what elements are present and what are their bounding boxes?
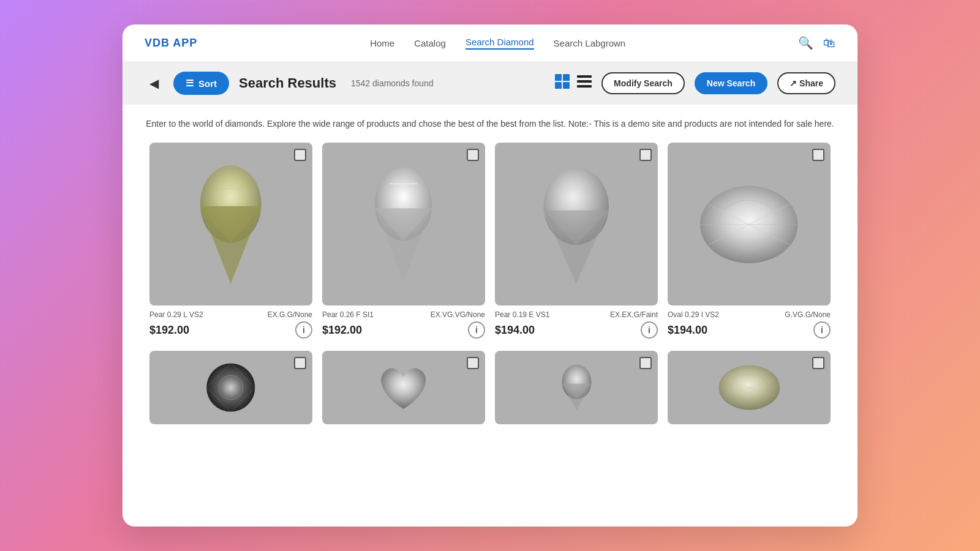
app-window: VDB APP Home Catalog Search Diamond Sear… xyxy=(123,24,858,527)
header-icons: 🔍 🛍 xyxy=(798,36,835,50)
product-image xyxy=(668,143,831,305)
share-button[interactable]: ↗ Share xyxy=(777,72,835,94)
nav-catalog[interactable]: Catalog xyxy=(414,38,446,48)
product-checkbox[interactable] xyxy=(812,149,824,161)
product-cut: EX.EX.G/Faint xyxy=(610,310,658,319)
view-toggle xyxy=(555,74,592,92)
product-image xyxy=(495,143,658,305)
product-description: Oval 0.29 I VS2 xyxy=(668,310,719,319)
new-search-button[interactable]: New Search xyxy=(695,72,767,94)
product-price-row: $194.00 i xyxy=(495,321,658,339)
product-checkbox[interactable] xyxy=(294,149,306,161)
main-nav: Home Catalog Search Diamond Search Labgr… xyxy=(370,37,625,50)
product-grid-row2 xyxy=(123,351,858,424)
header: VDB APP Home Catalog Search Diamond Sear… xyxy=(123,24,858,62)
info-button[interactable]: i xyxy=(813,321,831,339)
product-meta: Pear 0.26 F SI1 EX.VG.VG/None xyxy=(322,310,485,319)
results-title: Search Results xyxy=(239,75,336,91)
svg-rect-0 xyxy=(555,74,562,81)
page-description: Enter to the world of diamonds. Explore … xyxy=(123,105,858,143)
modify-search-button[interactable]: Modify Search xyxy=(601,72,685,94)
info-button[interactable]: i xyxy=(641,321,658,339)
product-price: $194.00 xyxy=(495,324,535,337)
results-count: 1542 diamonds found xyxy=(351,78,434,88)
list-view-button[interactable] xyxy=(577,74,592,92)
back-button[interactable]: ◀ xyxy=(145,73,164,93)
product-meta: Pear 0.29 L VS2 EX.G.G/None xyxy=(149,310,312,319)
product-checkbox[interactable] xyxy=(812,357,824,369)
svg-rect-5 xyxy=(577,80,592,83)
product-card[interactable] xyxy=(490,351,663,424)
grid-view-button[interactable] xyxy=(555,74,572,92)
svg-marker-21 xyxy=(544,210,609,283)
toolbar: ◀ ☰ Sort Search Results 1542 diamonds fo… xyxy=(123,62,858,105)
product-description: Pear 0.26 F SI1 xyxy=(322,310,374,319)
product-description: Pear 0.29 L VS2 xyxy=(149,310,203,319)
svg-rect-3 xyxy=(563,82,570,89)
product-image xyxy=(149,351,312,424)
product-price-row: $192.00 i xyxy=(322,321,485,339)
share-icon: ↗ xyxy=(790,78,799,88)
product-card[interactable]: Oval 0.29 I VS2 G.VG.G/None $194.00 i xyxy=(663,143,835,348)
info-button[interactable]: i xyxy=(295,321,312,339)
product-price-row: $192.00 i xyxy=(149,321,312,339)
svg-rect-6 xyxy=(577,85,592,88)
sort-button[interactable]: ☰ Sort xyxy=(173,72,229,95)
product-cut: EX.VG.VG/None xyxy=(431,310,485,319)
product-checkbox[interactable] xyxy=(294,357,306,369)
sort-icon: ☰ xyxy=(186,78,194,89)
svg-point-29 xyxy=(206,364,255,412)
product-price: $192.00 xyxy=(149,324,189,337)
svg-rect-4 xyxy=(577,75,592,78)
product-card[interactable] xyxy=(317,351,490,424)
svg-marker-34 xyxy=(562,384,591,411)
product-image xyxy=(322,143,485,305)
svg-rect-2 xyxy=(555,82,562,89)
product-price: $192.00 xyxy=(322,324,362,337)
search-icon[interactable]: 🔍 xyxy=(798,36,813,50)
product-meta: Oval 0.29 I VS2 G.VG.G/None xyxy=(668,310,831,319)
product-price: $194.00 xyxy=(668,324,707,337)
svg-rect-1 xyxy=(563,74,570,81)
product-cut: G.VG.G/None xyxy=(785,310,831,319)
product-cut: EX.G.G/None xyxy=(268,310,312,319)
product-image xyxy=(149,143,312,305)
product-grid: Pear 0.29 L VS2 EX.G.G/None $192.00 i xyxy=(123,143,858,348)
product-checkbox[interactable] xyxy=(467,149,479,161)
product-checkbox[interactable] xyxy=(467,357,479,369)
nav-home[interactable]: Home xyxy=(370,38,394,48)
cart-icon[interactable]: 🛍 xyxy=(823,36,835,50)
svg-marker-15 xyxy=(375,208,432,283)
product-image xyxy=(495,351,658,424)
info-button[interactable]: i xyxy=(468,321,485,339)
product-meta: Pear 0.19 E VS1 EX.EX.G/Faint xyxy=(495,310,658,319)
product-description: Pear 0.19 E VS1 xyxy=(495,310,549,319)
nav-search-diamond[interactable]: Search Diamond xyxy=(466,37,534,50)
nav-search-labgrown[interactable]: Search Labgrown xyxy=(554,38,626,48)
product-card[interactable]: Pear 0.26 F SI1 EX.VG.VG/None $192.00 i xyxy=(317,143,490,348)
product-image xyxy=(322,351,485,424)
product-image xyxy=(668,351,831,424)
sort-label: Sort xyxy=(198,78,217,89)
product-card[interactable] xyxy=(663,351,835,424)
product-card[interactable]: Pear 0.29 L VS2 EX.G.G/None $192.00 i xyxy=(145,143,317,348)
product-checkbox[interactable] xyxy=(639,357,652,369)
product-card[interactable]: Pear 0.19 E VS1 EX.EX.G/Faint $194.00 i xyxy=(490,143,663,348)
product-card[interactable] xyxy=(145,351,317,424)
app-logo: VDB APP xyxy=(145,37,197,50)
svg-marker-9 xyxy=(200,206,262,283)
product-price-row: $194.00 i xyxy=(668,321,831,339)
product-checkbox[interactable] xyxy=(639,149,652,161)
